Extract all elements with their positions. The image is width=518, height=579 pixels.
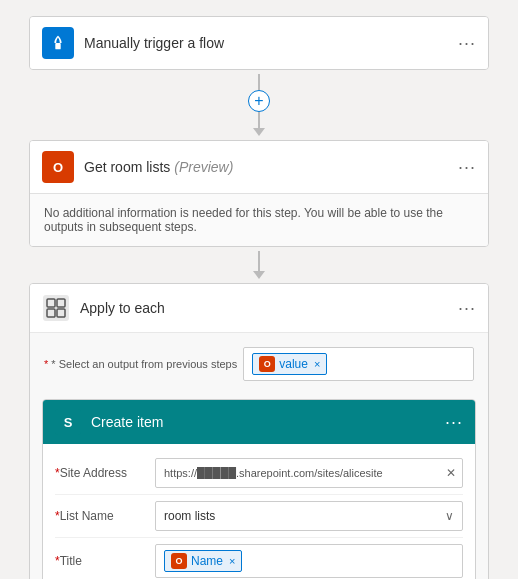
site-address-field[interactable]: https://█████.sharepoint.com/sites/alice… [155,458,463,488]
get-room-lists-icon: O [42,151,74,183]
create-item-menu[interactable]: ··· [445,412,463,433]
create-item-title: Create item [91,414,435,430]
arrow-1 [253,128,265,136]
apply-each-title: Apply to each [80,300,448,316]
create-item-header: S Create item ··· [43,400,475,444]
svg-rect-0 [55,43,60,49]
connector-line-1b [258,112,260,128]
output-label: * * Select an output from previous steps [44,358,237,370]
title-tag-close[interactable]: × [229,555,235,567]
value-tag: O value × [252,353,327,375]
title-tag-icon: O [171,553,187,569]
list-name-row: *List Name room lists ∨ [55,495,463,538]
create-item-card: S Create item ··· *Site Address https://… [42,399,476,579]
add-step-button-1[interactable]: + [248,90,270,112]
manual-trigger-title: Manually trigger a flow [84,35,448,51]
connector-1: + [248,74,270,136]
arrow-2 [253,271,265,279]
get-room-lists-body: No additional information is needed for … [30,193,488,246]
list-name-label: *List Name [55,509,145,523]
manual-trigger-icon [42,27,74,59]
title-field[interactable]: O Name × [155,544,463,578]
get-room-lists-title: Get room lists (Preview) [84,159,448,175]
connector-line-2 [258,251,260,271]
list-name-value: room lists [164,509,454,523]
flow-canvas: Manually trigger a flow ··· + O Get room… [16,16,502,579]
apply-each-menu[interactable]: ··· [458,298,476,319]
apply-each-body: * * Select an output from previous steps… [30,333,488,579]
apply-each-icon [42,294,70,322]
create-item-form: *Site Address https://█████.sharepoint.c… [43,444,475,579]
get-room-lists-menu[interactable]: ··· [458,157,476,178]
title-row: *Title O Name × [55,538,463,579]
site-address-row: *Site Address https://█████.sharepoint.c… [55,452,463,495]
title-tag: O Name × [164,550,242,572]
value-tag-close[interactable]: × [314,358,320,370]
connector-line-1 [258,74,260,90]
manual-trigger-header: Manually trigger a flow ··· [30,17,488,69]
site-address-label: *Site Address [55,466,145,480]
output-selector-field[interactable]: O value × [243,347,474,381]
site-address-clear[interactable]: ✕ [446,466,456,480]
get-room-lists-header: O Get room lists (Preview) ··· [30,141,488,193]
output-selector-row: * * Select an output from previous steps… [30,339,488,389]
title-label: *Title [55,554,145,568]
apply-each-header: Apply to each ··· [30,284,488,333]
manual-trigger-menu[interactable]: ··· [458,33,476,54]
apply-each-card: Apply to each ··· * * Select an output f… [29,283,489,579]
manual-trigger-card: Manually trigger a flow ··· [29,16,489,70]
get-room-lists-card: O Get room lists (Preview) ··· No additi… [29,140,489,247]
connector-2 [253,251,265,279]
list-name-dropdown-arrow: ∨ [445,509,454,523]
site-address-value: https://█████.sharepoint.com/sites/alice… [164,467,434,479]
value-tag-icon: O [259,356,275,372]
create-item-icon: S [55,409,81,435]
list-name-field[interactable]: room lists ∨ [155,501,463,531]
